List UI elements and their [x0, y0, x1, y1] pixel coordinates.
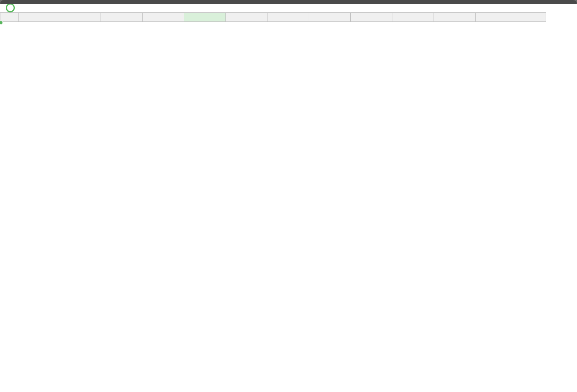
- column-header[interactable]: [392, 13, 434, 22]
- spreadsheet-window: [0, 0, 577, 392]
- column-header[interactable]: [351, 13, 392, 22]
- column-header[interactable]: [476, 13, 517, 22]
- column-header[interactable]: [226, 13, 267, 22]
- column-header-selected[interactable]: [184, 13, 226, 22]
- column-header[interactable]: [434, 13, 476, 22]
- window-control-icon[interactable]: [6, 3, 15, 12]
- column-header[interactable]: [143, 13, 184, 22]
- column-header[interactable]: [309, 13, 351, 22]
- spreadsheet-grid[interactable]: [0, 12, 577, 392]
- column-header[interactable]: [19, 13, 101, 22]
- active-cell-outline: [0, 22, 2, 23]
- column-header[interactable]: [101, 13, 143, 22]
- grid-table: [0, 12, 546, 22]
- select-all-corner[interactable]: [0, 13, 19, 22]
- column-header[interactable]: [517, 13, 546, 22]
- column-header-row: [0, 13, 546, 22]
- column-header[interactable]: [267, 13, 309, 22]
